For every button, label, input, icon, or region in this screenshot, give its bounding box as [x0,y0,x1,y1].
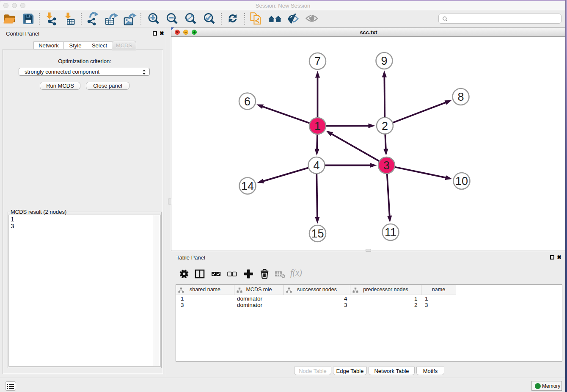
svg-text:6: 6 [244,95,250,108]
svg-text:3: 3 [383,159,390,172]
svg-text:15: 15 [311,227,324,240]
svg-text:1: 1 [314,120,321,133]
svg-text:8: 8 [457,91,464,103]
svg-text:11: 11 [385,226,396,239]
svg-text:7: 7 [314,55,321,68]
svg-text:9: 9 [381,55,387,67]
svg-text:14: 14 [241,180,254,193]
svg-text:4: 4 [313,159,319,172]
svg-text:10: 10 [455,175,468,188]
svg-text:2: 2 [382,120,388,133]
